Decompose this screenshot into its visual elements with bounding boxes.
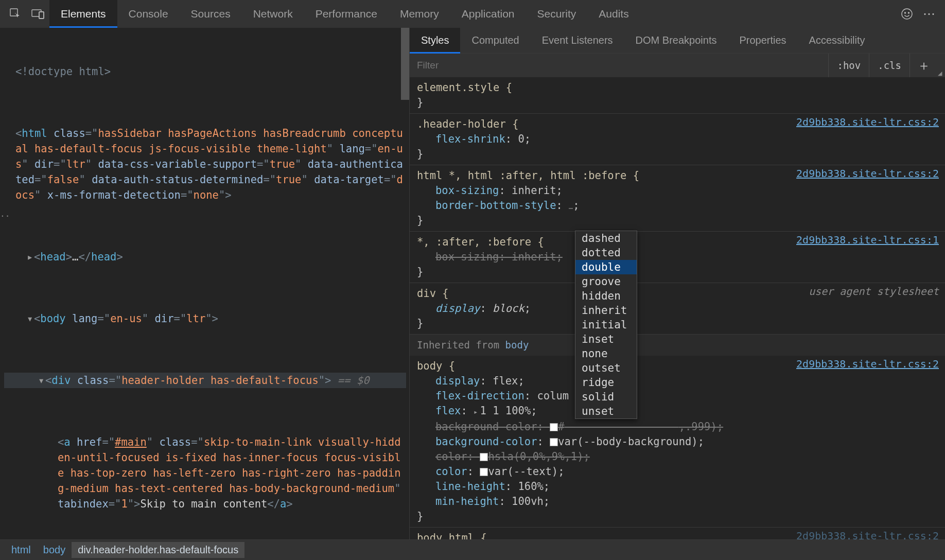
dom-a-skip[interactable]: <a href="#main" class="skip-to-main-link…: [4, 434, 406, 512]
feedback-smiley-icon[interactable]: [896, 0, 918, 28]
tab-security[interactable]: Security: [526, 0, 587, 28]
ac-item[interactable]: solid: [575, 390, 637, 404]
dom-head[interactable]: <head>…</head>: [4, 249, 406, 265]
inherited-from-label: Inherited from body: [410, 335, 945, 356]
tab-memory[interactable]: Memory: [389, 0, 450, 28]
source-link[interactable]: 2d9bb338.site-ltr.css:2: [796, 166, 939, 181]
ac-item[interactable]: none: [575, 346, 637, 361]
tab-sources[interactable]: Sources: [180, 0, 242, 28]
css-autocomplete-popup[interactable]: dashed dotted double groove hidden inher…: [575, 231, 637, 419]
styles-subtabs: Styles Computed Event Listeners DOM Brea…: [410, 28, 945, 54]
svg-point-6: [908, 12, 909, 13]
styles-filter-bar: :hov .cls ＋ ◢: [410, 54, 945, 77]
hov-toggle[interactable]: :hov: [828, 54, 869, 77]
subtab-properties[interactable]: Properties: [728, 28, 797, 53]
new-style-rule-button[interactable]: ＋: [909, 54, 938, 77]
tab-network[interactable]: Network: [242, 0, 304, 28]
tab-console[interactable]: Console: [117, 0, 180, 28]
dom-selected-node[interactable]: <div class="header-holder has-default-fo…: [4, 373, 406, 388]
ac-item[interactable]: outset: [575, 361, 637, 375]
styles-panel: Styles Computed Event Listeners DOM Brea…: [410, 28, 945, 539]
ac-item-selected[interactable]: double: [575, 260, 637, 274]
source-link[interactable]: 2d9bb338.site-ltr.css:2: [796, 357, 939, 372]
subtab-event-listeners[interactable]: Event Listeners: [531, 28, 624, 53]
source-link[interactable]: 2d9bb338.site-ltr.css:1: [796, 233, 939, 248]
tab-elements[interactable]: Elements: [49, 0, 117, 28]
scrollbar[interactable]: [401, 28, 409, 100]
dom-html-open[interactable]: <html class="hasSidebar hasPageActions h…: [4, 126, 406, 203]
ua-stylesheet-label: user agent stylesheet: [809, 284, 939, 299]
crumb-selected[interactable]: div.header-holder.has-default-focus: [72, 542, 244, 558]
color-swatch[interactable]: [550, 438, 558, 446]
more-options-icon[interactable]: ⋯: [918, 0, 941, 28]
source-link[interactable]: 2d9bb338.site-ltr.css:2: [796, 529, 939, 539]
crumb-body[interactable]: body: [37, 542, 72, 558]
tab-performance[interactable]: Performance: [304, 0, 389, 28]
svg-rect-2: [39, 12, 44, 19]
ac-item[interactable]: inset: [575, 332, 637, 346]
ac-item[interactable]: initial: [575, 318, 637, 332]
expand-handle-icon[interactable]: ◢: [938, 70, 945, 77]
rule-star-after-before[interactable]: 2d9bb338.site-ltr.css:1 *, :after, :befo…: [410, 232, 945, 283]
rule-body-html[interactable]: 2d9bb338.site-ltr.css:2 body html {: [410, 528, 945, 539]
ac-item[interactable]: inherit: [575, 303, 637, 318]
gutter-ellipsis: ··: [0, 211, 10, 221]
rule-html-star[interactable]: 2d9bb338.site-ltr.css:2 html *, html :af…: [410, 165, 945, 232]
ac-item[interactable]: groove: [575, 274, 637, 289]
ac-item[interactable]: unset: [575, 404, 637, 418]
devtools-toolbar: Elements Console Sources Network Perform…: [0, 0, 945, 28]
dom-doctype: <!doctype html>: [15, 65, 111, 78]
styles-filter-input[interactable]: [410, 54, 828, 77]
cls-toggle[interactable]: .cls: [869, 54, 909, 77]
rule-body[interactable]: 2d9bb338.site-ltr.css:2 body { display: …: [410, 356, 945, 528]
tab-audits[interactable]: Audits: [587, 0, 640, 28]
ac-item[interactable]: dotted: [575, 246, 637, 260]
subtab-dom-breakpoints[interactable]: DOM Breakpoints: [624, 28, 728, 53]
source-link[interactable]: 2d9bb338.site-ltr.css:2: [796, 115, 939, 130]
ac-item[interactable]: dashed: [575, 231, 637, 246]
dom-body-open[interactable]: <body lang="en-us" dir="ltr">: [4, 311, 406, 326]
svg-point-4: [902, 9, 912, 19]
css-value-editing-input[interactable]: [569, 208, 573, 209]
device-toolbar-icon[interactable]: [27, 0, 49, 28]
subtab-styles[interactable]: Styles: [410, 28, 460, 53]
subtab-computed[interactable]: Computed: [460, 28, 530, 53]
inspect-element-icon[interactable]: [4, 0, 27, 28]
color-swatch[interactable]: [480, 468, 488, 476]
crumb-html[interactable]: html: [5, 542, 37, 558]
main-tabs: Elements Console Sources Network Perform…: [49, 0, 640, 28]
elements-dom-tree[interactable]: ·· <!doctype html> <html class="hasSideb…: [0, 28, 410, 539]
rule-element-style[interactable]: element.style { }: [410, 77, 945, 114]
tab-application[interactable]: Application: [450, 0, 526, 28]
rule-header-holder[interactable]: 2d9bb338.site-ltr.css:2 .header-holder {…: [410, 114, 945, 165]
ac-item[interactable]: ridge: [575, 375, 637, 390]
rule-div-ua[interactable]: user agent stylesheet div { display: blo…: [410, 283, 945, 335]
breadcrumb: html body div.header-holder.has-default-…: [0, 539, 945, 560]
color-swatch[interactable]: [550, 423, 558, 431]
subtab-accessibility[interactable]: Accessibility: [798, 28, 877, 53]
style-rules: element.style { } 2d9bb338.site-ltr.css:…: [410, 77, 945, 539]
inherited-from-link[interactable]: body: [505, 339, 529, 351]
color-swatch[interactable]: [480, 453, 488, 461]
ac-item[interactable]: hidden: [575, 289, 637, 303]
svg-point-5: [905, 12, 906, 13]
